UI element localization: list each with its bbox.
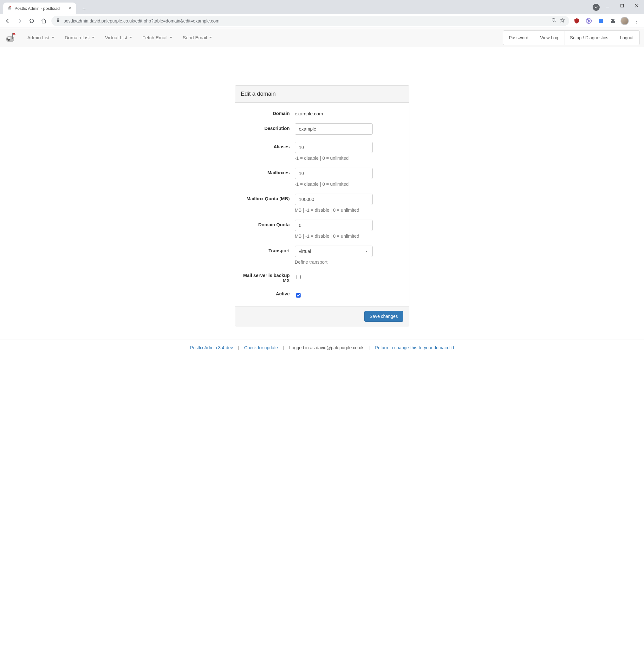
bookmark-star-icon[interactable] [560,18,565,24]
mailbox-quota-help: MB | -1 = disable | 0 = unlimited [295,208,403,213]
caret-down-icon [209,37,212,40]
description-input[interactable] [295,123,373,135]
window-maximize-icon[interactable] [615,0,629,12]
aliases-label: Aliases [241,142,295,161]
transport-label: Transport [241,246,295,265]
browser-home-icon[interactable] [39,17,48,25]
svg-rect-7 [57,20,59,22]
browser-chrome: Postfix Admin - postfixad × + [0,0,644,28]
caret-down-icon [129,37,132,40]
browser-menu-icon[interactable]: ⋮ [632,18,641,24]
nav-fetch-email[interactable]: Fetch Email [138,29,177,46]
transport-help: Define transport [295,259,403,265]
svg-rect-4 [621,4,624,7]
svg-rect-19 [13,33,13,39]
nav-admin-list[interactable]: Admin List [23,29,59,46]
nav-virtual-list[interactable]: Virtual List [101,29,137,46]
active-label: Active [241,290,295,299]
aliases-input[interactable] [295,142,373,153]
mailbox-quota-label: Mailbox Quota (MB) [241,193,295,213]
svg-rect-2 [10,6,11,7]
app-logo-mailbox-icon[interactable] [4,31,17,44]
caret-down-icon [169,37,173,40]
caret-down-icon [92,37,95,40]
svg-rect-15 [599,19,603,23]
browser-reload-icon[interactable] [27,17,36,25]
nav-send-email[interactable]: Send Email [178,29,217,46]
footer-check-update-link[interactable]: Check for update [244,345,278,350]
tab-search-icon[interactable] [593,4,600,11]
footer-logged-in: Logged in as david@palepurple.co.uk [289,345,364,350]
window-minimize-icon[interactable] [600,0,615,12]
lock-icon [56,18,60,23]
backup-mx-checkbox[interactable] [296,275,301,279]
svg-point-8 [552,18,555,21]
mailbox-favicon-icon [7,6,12,11]
address-bar[interactable]: postfixadmin.david.palepurple.co.uk/edit… [51,16,569,26]
svg-line-9 [555,21,556,22]
backup-mx-label: Mail server is backup MX [241,272,295,283]
domain-quota-label: Domain Quota [241,220,295,238]
mailbox-quota-input[interactable] [295,193,373,205]
domain-quota-help: MB | -1 = disable | 0 = unlimited [295,233,403,238]
nav-viewlog-button[interactable]: View Log [534,30,564,45]
svg-rect-20 [8,37,11,39]
profile-avatar[interactable] [621,17,629,25]
panel-title: Edit a domain [235,86,409,103]
browser-forward-icon[interactable] [15,17,24,25]
extension-snowflake-icon[interactable] [584,17,593,25]
edit-domain-panel: Edit a domain Domain example.com Descrip… [235,85,409,326]
transport-select[interactable]: virtual [295,246,373,257]
nav-logout-button[interactable]: Logout [614,30,640,45]
nav-setup-button[interactable]: Setup / Diagnostics [564,30,615,45]
nav-password-button[interactable]: Password [503,30,534,45]
description-label: Description [241,123,295,135]
tab-title: Postfix Admin - postfixad [15,6,65,11]
domain-label: Domain [241,108,295,116]
domain-quota-input[interactable] [295,220,373,231]
zoom-icon[interactable] [551,18,556,24]
footer-version-link[interactable]: Postfix Admin 3.4-dev [190,345,233,350]
domain-value: example.com [295,108,403,116]
footer: Postfix Admin 3.4-dev | Check for update… [0,339,644,356]
new-tab-button[interactable]: + [79,4,89,14]
nav-domain-list[interactable]: Domain List [60,29,99,46]
browser-back-icon[interactable] [3,17,12,25]
svg-rect-1 [9,6,9,8]
tab-close-icon[interactable]: × [67,6,72,11]
active-checkbox[interactable] [296,293,301,298]
extension-blue-icon[interactable] [596,17,605,25]
extensions-puzzle-icon[interactable] [608,17,617,25]
ublock-icon[interactable] [572,17,581,25]
mailboxes-label: Mailboxes [241,168,295,187]
caret-down-icon [51,37,54,40]
footer-return-link[interactable]: Return to change-this-to-your.domain.tld [375,345,454,350]
save-changes-button[interactable]: Save changes [364,311,403,322]
window-close-icon[interactable] [629,0,644,12]
mailboxes-input[interactable] [295,168,373,179]
aliases-help: -1 = disable | 0 = unlimited [295,156,403,161]
app-navbar: Admin List Domain List Virtual List Fetc… [0,28,644,47]
mailboxes-help: -1 = disable | 0 = unlimited [295,182,403,187]
browser-tab[interactable]: Postfix Admin - postfixad × [3,2,76,14]
url-text: postfixadmin.david.palepurple.co.uk/edit… [63,18,548,23]
